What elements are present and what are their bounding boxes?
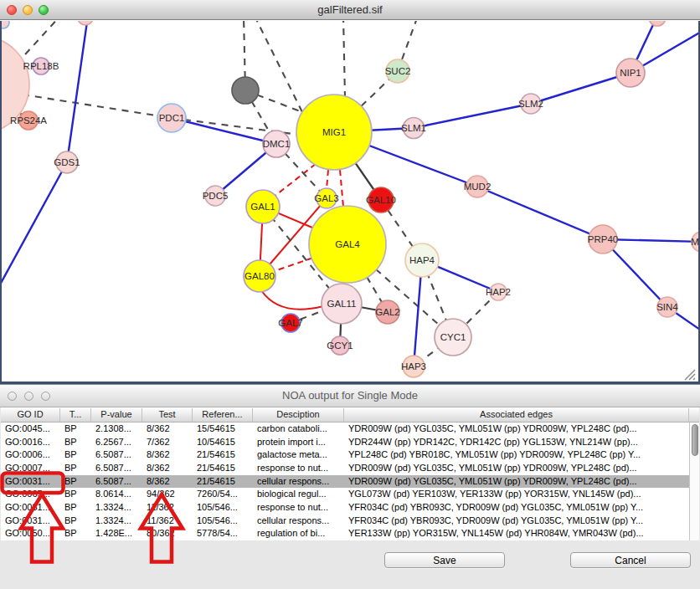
- column-header-3[interactable]: Test: [142, 408, 193, 422]
- cell-desc: response to nut...: [253, 462, 344, 475]
- cell-ref: 21/54615: [193, 475, 253, 489]
- column-header-4[interactable]: Referen...: [193, 408, 253, 422]
- window-title: galFiltered.sif: [0, 0, 700, 19]
- cell-desc: carbon cataboli...: [253, 423, 344, 436]
- cell-p: 2.1308...: [91, 423, 142, 436]
- edge-reddash[interactable]: [340, 170, 343, 207]
- column-header-2[interactable]: P-value: [91, 408, 142, 422]
- cell-go: GO:0031...: [1, 475, 60, 489]
- edge-blue[interactable]: [67, 21, 88, 162]
- main-titlebar: galFiltered.sif: [0, 0, 700, 20]
- minimize-window-icon[interactable]: [23, 5, 33, 15]
- cell-edges: YER133W (pp) YOR315W, YNL145W (pd) YHR08…: [344, 527, 689, 540]
- cell-p: 6.2567...: [91, 436, 142, 449]
- node-label: GAL80: [244, 271, 275, 281]
- table-header: GO IDT...P-valueTestReferen...Desciption…: [1, 407, 699, 423]
- table-row[interactable]: GO:0007...BP6.5087...8/36221/54615respon…: [1, 462, 689, 475]
- table-row[interactable]: GO:0065...BP8.0614...94/3627260/54...bio…: [1, 488, 689, 501]
- node-label: GAL1: [250, 202, 275, 212]
- node-label: GCY1: [327, 341, 353, 351]
- edge-dash[interactable]: [23, 95, 172, 118]
- cell-edges: YDR009W (pd) YGL035C, YML051W (pp) YDR00…: [344, 423, 689, 436]
- cell-desc: regulation of bi...: [253, 527, 344, 540]
- node-label: SUC2: [385, 66, 411, 76]
- node-label: GAL7: [278, 318, 302, 328]
- node-label: GDS1: [54, 157, 80, 167]
- cell-p: 6.5087...: [91, 475, 142, 489]
- table-row[interactable]: GO:0031...BP1.3324...11/362105/546...cel…: [1, 515, 689, 528]
- table-row[interactable]: GO:0045...BP2.1308...8/36215/54615carbon…: [1, 423, 689, 436]
- cell-go: GO:0031...: [1, 501, 60, 515]
- column-header-stub: [689, 408, 699, 422]
- cell-test: 94/362: [142, 488, 193, 501]
- edge-blue[interactable]: [531, 73, 631, 104]
- close-window-icon[interactable]: [7, 5, 17, 15]
- cell-test: 8/362: [142, 475, 193, 489]
- column-header-1[interactable]: T...: [60, 408, 91, 422]
- cell-ref: 21/54615: [193, 462, 253, 475]
- cell-type: BP: [60, 475, 91, 489]
- cell-type: BP: [60, 515, 91, 528]
- cell-type: BP: [60, 436, 91, 449]
- network-svg[interactable]: RPL18BRPS24AGDS1PDC1PDC5DMC1MIG1SUC2SLM1…: [2, 21, 698, 382]
- edge-reddash[interactable]: [327, 170, 328, 189]
- cell-type: BP: [60, 488, 91, 501]
- table-row-selected[interactable]: GO:0031...BP6.5087...8/36221/54615cellul…: [1, 475, 689, 489]
- resize-grip[interactable]: [685, 370, 695, 380]
- cell-ref: 105/546...: [193, 515, 253, 528]
- noa-close-icon[interactable]: [8, 392, 17, 401]
- node-unlabeled[interactable]: [649, 21, 666, 26]
- node-unlabeled[interactable]: [232, 77, 259, 104]
- node-label: GAL2: [375, 307, 399, 317]
- cell-go: GO:0031...: [1, 515, 60, 528]
- cell-test: 8/362: [142, 423, 193, 436]
- node-unlabeled[interactable]: [78, 21, 93, 25]
- noa-zoom-icon[interactable]: [41, 392, 50, 401]
- node-label: GAL11: [327, 299, 357, 309]
- cell-desc: galactose meta...: [253, 448, 344, 462]
- cell-ref: 105/546...: [193, 501, 253, 515]
- node-label: NIP1: [620, 68, 641, 78]
- edge-red[interactable]: [261, 290, 323, 310]
- noa-minimize-icon[interactable]: [24, 392, 33, 401]
- node-label: HAP4: [409, 255, 435, 265]
- cell-type: BP: [60, 423, 91, 436]
- edge-reddash[interactable]: [270, 164, 316, 200]
- cell-go: GO:0016...: [1, 436, 60, 449]
- edge-dash[interactable]: [17, 21, 60, 64]
- cell-edges: YDR009W (pd) YGL035C, YML051W (pp) YDR00…: [344, 475, 689, 489]
- edge-blue[interactable]: [2, 162, 67, 294]
- column-header-0[interactable]: GO ID: [1, 408, 60, 422]
- table-scrollbar[interactable]: [689, 423, 699, 540]
- scrollbar-thumb[interactable]: [692, 424, 698, 456]
- cell-desc: protein import i...: [253, 436, 344, 449]
- node-label: PDC5: [203, 191, 229, 201]
- edge-dash[interactable]: [343, 21, 345, 98]
- cell-ref: 5778/54...: [193, 527, 253, 540]
- column-header-6[interactable]: Associated edges: [344, 408, 689, 422]
- save-button[interactable]: Save: [384, 552, 505, 568]
- cell-test: 80/362: [142, 527, 193, 540]
- column-header-5[interactable]: Desciption: [253, 408, 344, 422]
- cancel-button[interactable]: Cancel: [570, 552, 691, 568]
- node-label: CYC1: [440, 332, 466, 342]
- zoom-window-icon[interactable]: [39, 5, 49, 15]
- cell-go: GO:0007...: [1, 462, 60, 475]
- edge-blue[interactable]: [172, 118, 276, 144]
- network-view-panel[interactable]: RPL18BRPS24AGDS1PDC1PDC5DMC1MIG1SUC2SLM1…: [0, 21, 700, 384]
- table-row[interactable]: GO:0006...BP6.5087...8/36221/54615galact…: [1, 448, 689, 462]
- edge-blue[interactable]: [414, 104, 531, 128]
- table-row[interactable]: GO:0050...BP1.428E...80/3625778/54...reg…: [1, 527, 689, 540]
- cell-test: 11/362: [142, 501, 193, 515]
- table-row[interactable]: GO:0031...BP1.3324...11/362105/546...res…: [1, 501, 689, 515]
- node-label: RPL18B: [23, 61, 59, 71]
- cell-type: BP: [60, 501, 91, 515]
- edge-blue[interactable]: [477, 187, 603, 239]
- table-row[interactable]: GO:0016...BP6.2567...7/36210/54615protei…: [1, 436, 689, 449]
- cell-desc: cellular respons...: [253, 515, 344, 528]
- cell-test: 8/362: [142, 448, 193, 462]
- cell-go: GO:0045...: [1, 423, 60, 436]
- cell-edges: YDR009W (pd) YGL035C, YML051W (pp) YDR00…: [344, 462, 689, 475]
- node-unlabeled[interactable]: [2, 21, 9, 28]
- edge-dash[interactable]: [255, 21, 303, 114]
